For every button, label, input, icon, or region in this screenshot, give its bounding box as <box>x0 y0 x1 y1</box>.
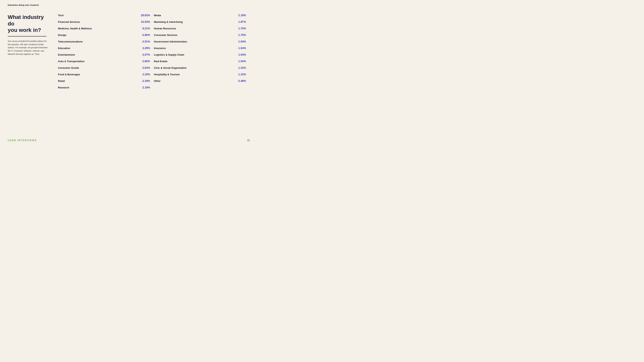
industry-percentage: 2.19% <box>142 79 150 82</box>
industry-name: Real Estate <box>154 60 168 63</box>
industry-percentage: 2.19% <box>142 73 150 76</box>
table-row: Hospitality & Tourism1.10% <box>154 71 246 78</box>
table-row: Government Administration1.54% <box>154 38 246 45</box>
table-row: Other5.48% <box>154 78 246 84</box>
industry-name: Financial Services <box>58 20 80 23</box>
main-heading: What industry do you work in? <box>8 14 50 33</box>
industry-percentage: 1.75% <box>238 33 246 36</box>
table-row: Medicine, Health & Wellness9.21% <box>58 25 150 32</box>
industry-name: Other <box>154 79 161 82</box>
industry-percentage: 29.82% <box>141 14 150 17</box>
table-row: Retail2.19% <box>58 78 150 84</box>
industry-percentage: 10.53% <box>141 20 150 23</box>
industry-name: Hospitality & Tourism <box>154 73 180 76</box>
industry-percentage: 1.54% <box>238 53 246 56</box>
industry-percentage: 2.19% <box>238 14 246 17</box>
table-row: Telecommunications3.51% <box>58 38 150 45</box>
footer: USER INTERVIEWS 21 <box>8 139 250 142</box>
industry-name: Tech <box>58 14 64 17</box>
industry-name: Insurance <box>154 47 166 50</box>
industry-name: Medicine, Health & Wellness <box>58 27 92 30</box>
industry-name: Marketing & Advertising <box>154 20 183 23</box>
industry-percentage: 2.63% <box>142 66 150 69</box>
industry-name: Design <box>58 33 66 36</box>
brand-label: USER INTERVIEWS <box>8 139 37 142</box>
industry-percentage: 5.48% <box>238 79 246 82</box>
industry-percentage: 2.19% <box>142 86 150 89</box>
industry-name: Food & Beverages <box>58 73 80 76</box>
industry-name: Media <box>154 14 161 17</box>
industry-percentage: 1.32% <box>238 66 246 69</box>
left-column: Tech29.82%Financial Services10.53%Medici… <box>58 12 154 91</box>
table-row: Financial Services10.53% <box>58 18 150 25</box>
right-column: Media2.19%Marketing & Advertising1.97%Hu… <box>154 12 250 91</box>
industry-percentage: 3.51% <box>142 40 150 43</box>
industry-percentage: 1.54% <box>238 40 246 43</box>
table-row: Insurance1.54% <box>154 45 246 51</box>
industry-name: Auto & Transportation <box>58 60 84 63</box>
industry-percentage: 3.07% <box>142 53 150 56</box>
heading-divider <box>8 36 46 36</box>
industry-percentage: 1.10% <box>238 73 246 76</box>
table-row: Civic & Social Organization1.32% <box>154 64 246 71</box>
industry-name: Education <box>58 47 70 50</box>
right-section: Tech29.82%Financial Services10.53%Medici… <box>58 12 250 91</box>
industry-name: Logistics & Supply Chain <box>154 53 184 56</box>
table-row: Marketing & Advertising1.97% <box>154 18 246 25</box>
industry-percentage: 1.54% <box>238 46 246 50</box>
table-row: Design6.80% <box>58 32 150 38</box>
table-row: Human Resources1.75% <box>154 25 246 32</box>
page-number: 21 <box>247 139 250 142</box>
table-row: Tech29.82% <box>58 12 150 18</box>
industry-percentage: 6.80% <box>142 33 150 36</box>
table-row: Entertainment3.07% <box>58 51 150 58</box>
industry-percentage: 3.29% <box>142 46 150 50</box>
industry-percentage: 2.85% <box>142 60 150 63</box>
table-row: Consumer Goods2.63% <box>58 64 150 71</box>
description-text: Our survey included 60 possible options … <box>8 39 50 56</box>
table-row: Real Estate1.54% <box>154 58 246 64</box>
industry-name: Retail <box>58 79 65 82</box>
industry-percentage: 1.75% <box>238 27 246 30</box>
industry-percentage: 1.54% <box>238 60 246 63</box>
table-row: Consumer Services1.75% <box>154 32 246 38</box>
table-row: Food & Beverages2.19% <box>58 71 150 78</box>
industry-name: Telecommunications <box>58 40 83 43</box>
page: Industries doing user research What indu… <box>0 0 258 145</box>
industry-name: Research <box>58 86 69 89</box>
industry-name: Entertainment <box>58 53 75 56</box>
industry-percentage: 9.21% <box>142 27 150 30</box>
top-label: Industries doing user research <box>8 4 250 6</box>
table-row: Logistics & Supply Chain1.54% <box>154 51 246 58</box>
table-row: Education3.29% <box>58 45 150 51</box>
table-row: Research2.19% <box>58 84 150 91</box>
industry-percentage: 1.97% <box>238 20 246 23</box>
industry-name: Human Resources <box>154 27 176 30</box>
table-row: Auto & Transportation2.85% <box>58 58 150 64</box>
left-section: What industry do you work in? Our survey… <box>8 12 50 91</box>
industry-name: Consumer Services <box>154 33 178 36</box>
table-row: Media2.19% <box>154 12 246 18</box>
content-area: What industry do you work in? Our survey… <box>8 12 250 91</box>
industry-name: Government Administration <box>154 40 187 43</box>
industry-name: Civic & Social Organization <box>154 66 187 69</box>
industry-name: Consumer Goods <box>58 66 79 69</box>
